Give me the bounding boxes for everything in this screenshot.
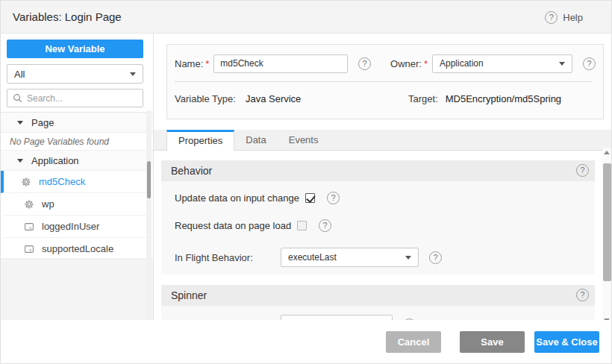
required-marker: * (205, 58, 209, 69)
service-variable-icon (21, 177, 31, 187)
tree-item-md5check[interactable]: md5Check (1, 171, 153, 193)
detail-tabs: Properties Data Events (154, 130, 612, 151)
chevron-down-icon (405, 256, 411, 260)
help-icon[interactable]: ? (576, 164, 589, 177)
in-flight-behavior-row: In Flight Behavior: executeLast ? (175, 248, 595, 267)
search-icon (13, 93, 22, 103)
help-icon[interactable]: ? (358, 57, 371, 70)
tree-item-label: md5Check (39, 176, 85, 187)
svg-text:x: x (29, 246, 31, 251)
service-variable-icon (24, 199, 34, 210)
target-value: MD5Encryption/md5Spring (446, 93, 561, 104)
update-data-on-input-change-label: Update data on input change (175, 192, 299, 204)
tree-item-label: loggedInUser (42, 221, 99, 232)
sidebar-scrollbar[interactable] (146, 110, 152, 321)
scroll-up-icon[interactable] (604, 151, 610, 154)
tree-item-label: supportedLocale (42, 243, 113, 254)
required-marker: * (424, 58, 428, 69)
help-icon[interactable]: ? (327, 192, 340, 204)
svg-text:x: x (29, 224, 31, 229)
in-flight-behavior-value: executeLast (288, 252, 337, 263)
model-variable-icon: x (24, 222, 34, 232)
behavior-section-title: Behavior (171, 165, 212, 177)
variables-sidebar: New Variable All Page No Page Variables … (1, 34, 154, 321)
properties-panel: Behavior ? Update data on input change ?… (154, 151, 612, 324)
tree-item-supportedlocale[interactable]: x supportedLocale (1, 238, 153, 260)
tree-item-loggedinuser[interactable]: x loggedInUser (1, 216, 153, 238)
tree-item-wp[interactable]: wp (1, 193, 153, 216)
tab-events[interactable]: Events (278, 130, 330, 150)
variables-tree: Page No Page Variables found Application (1, 112, 153, 260)
page-empty-message: No Page Variables found (1, 133, 153, 151)
help-icon[interactable]: ? (429, 251, 442, 264)
divider (175, 81, 593, 82)
dialog-footer: Cancel Save Save & Close (1, 320, 611, 363)
tab-data[interactable]: Data (234, 130, 277, 150)
name-label: Name: (175, 58, 203, 69)
spinner-section-title: Spinner (171, 289, 207, 301)
variable-detail-panel: Name:* ? Owner:* Application ? Variable … (154, 34, 612, 364)
help-icon[interactable]: ? (583, 57, 596, 70)
chevron-down-icon (559, 62, 565, 66)
request-data-on-page-load-label: Request data on page load (175, 220, 291, 231)
in-flight-behavior-select[interactable]: executeLast (281, 248, 419, 267)
variable-type-value: Java Service (246, 93, 301, 104)
properties-scrollbar-thumb[interactable] (603, 163, 611, 281)
update-data-on-input-change-row: Update data on input change ? (175, 190, 595, 205)
variable-summary-box: Name:* ? Owner:* Application ? Variable … (166, 44, 604, 119)
sidebar-filler (1, 258, 153, 321)
variable-search (7, 89, 143, 107)
in-flight-behavior-label: In Flight Behavior: (175, 252, 281, 263)
tree-group-label: Application (31, 155, 79, 166)
collapse-caret-icon (17, 159, 23, 163)
tree-group-application[interactable]: Application (1, 151, 153, 171)
variable-filter-value: All (14, 69, 25, 80)
update-data-on-input-change-checkbox[interactable] (305, 193, 315, 203)
save-button[interactable]: Save (460, 331, 525, 353)
help-button[interactable]: ? Help (545, 1, 583, 34)
new-variable-button[interactable]: New Variable (7, 40, 143, 58)
tree-group-label: Page (31, 117, 54, 128)
cancel-button[interactable]: Cancel (386, 331, 441, 353)
collapse-caret-icon (17, 121, 23, 125)
help-icon[interactable]: ? (576, 289, 589, 301)
help-icon[interactable]: ? (319, 219, 331, 232)
sidebar-scrollbar-thumb[interactable] (147, 161, 151, 198)
tab-properties[interactable]: Properties (166, 130, 234, 151)
spinner-section: Spinner ? Spinner Context: Search Widget… (161, 285, 595, 324)
tree-group-page[interactable]: Page (1, 113, 153, 133)
owner-label: Owner: (390, 58, 422, 69)
save-and-close-button[interactable]: Save & Close (534, 331, 599, 353)
model-variable-icon: x (24, 244, 34, 254)
behavior-section: Behavior ? Update data on input change ?… (161, 160, 595, 274)
owner-value: Application (440, 58, 484, 69)
search-input[interactable] (27, 93, 137, 104)
variable-filter-select[interactable]: All (7, 64, 143, 84)
target-label: Target: (408, 93, 438, 104)
variable-type-label: Variable Type: (175, 93, 236, 104)
chevron-down-icon (130, 72, 136, 76)
owner-select[interactable]: Application (432, 54, 572, 73)
request-data-on-page-load-row: Request data on page load ? (175, 218, 595, 233)
name-field[interactable] (213, 54, 348, 73)
help-label: Help (563, 12, 583, 23)
page-title: Variables: Login Page (13, 1, 122, 34)
help-icon: ? (545, 11, 558, 24)
dialog-header: Variables: Login Page ? Help (1, 1, 612, 34)
request-data-on-page-load-checkbox[interactable] (297, 221, 307, 230)
properties-scrollbar[interactable] (602, 148, 612, 325)
tree-item-label: wp (42, 198, 54, 210)
variables-dialog: Variables: Login Page ? Help New Variabl… (0, 0, 612, 364)
